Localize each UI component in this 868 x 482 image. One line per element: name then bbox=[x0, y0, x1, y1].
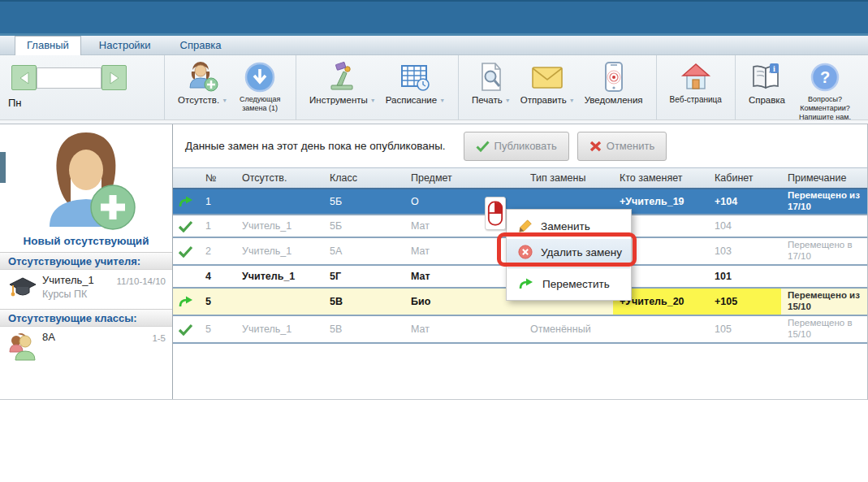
cell-num: 5 bbox=[199, 324, 235, 335]
cancel-button-label: Отменить bbox=[607, 140, 654, 152]
notifications-button[interactable]: Уведомления bbox=[580, 55, 648, 108]
add-absent-avatar[interactable] bbox=[33, 128, 139, 233]
cell-cabinet: 103 bbox=[708, 245, 781, 257]
next-substitution-label: Следующая замена (1) bbox=[237, 95, 283, 113]
chevron-down-icon: ▼ bbox=[505, 98, 511, 103]
cell-class: 5Г bbox=[323, 271, 404, 282]
tools-button[interactable]: Инструменты▼ bbox=[304, 55, 381, 108]
webpage-label: Веб-страница bbox=[670, 95, 722, 105]
cell-note: Перемещено в 17/10 bbox=[781, 238, 867, 264]
question-icon: ? bbox=[810, 60, 840, 94]
absent-button[interactable]: Отсутств.▼ bbox=[173, 55, 232, 108]
absent-teacher-item[interactable]: Учитель_1 11/10-14/10 Курсы ПК bbox=[0, 270, 172, 304]
moved-arrow-icon bbox=[178, 295, 194, 308]
new-absent-label[interactable]: Новый отсутствующий bbox=[0, 235, 172, 247]
col-substitute: Кто заменяет bbox=[613, 172, 708, 184]
cell-subject: Мат bbox=[404, 324, 524, 335]
class-name: 8А bbox=[42, 331, 166, 343]
check-icon bbox=[178, 220, 193, 232]
cell-note: Перемещено в 15/10 bbox=[781, 316, 867, 342]
next-substitution-icon bbox=[244, 60, 275, 94]
cell-num: 1 bbox=[199, 196, 235, 207]
col-number: № bbox=[199, 172, 235, 184]
menu-item-delete[interactable]: Удалить замену bbox=[507, 239, 631, 265]
teacher-reason: Курсы ПК bbox=[42, 289, 166, 300]
tab-help[interactable]: Справка bbox=[169, 37, 233, 54]
tools-group: Инструменты▼ Расписание▼ bbox=[296, 55, 459, 119]
questions-button[interactable]: ? Вопросы? Комментарии? Напишите нам. bbox=[790, 55, 860, 123]
date-input[interactable] bbox=[37, 67, 101, 89]
phone-notification-icon bbox=[603, 60, 624, 94]
menu-item-label: Заменить bbox=[541, 220, 590, 232]
chevron-down-icon: ▼ bbox=[569, 98, 575, 103]
cell-cabinet: +104 bbox=[708, 196, 781, 207]
cell-num: 4 bbox=[199, 271, 235, 282]
absent-label: Отсутств. bbox=[178, 95, 219, 105]
cell-class: 5В bbox=[323, 296, 404, 307]
col-absent: Отсутств. bbox=[235, 172, 323, 184]
next-day-button[interactable] bbox=[101, 65, 127, 90]
schedule-icon bbox=[399, 60, 431, 94]
menu-item-move[interactable]: Переместить bbox=[507, 271, 631, 297]
right-arrow-icon bbox=[109, 72, 120, 85]
table-header: № Отсутств. Класс Предмет Тип замены Кто… bbox=[173, 168, 867, 189]
send-label: Отправить bbox=[520, 95, 567, 105]
prev-day-button[interactable] bbox=[11, 65, 37, 90]
absent-person-icon bbox=[187, 60, 219, 94]
publish-button-label: Публиковать bbox=[494, 140, 557, 152]
absent-classes-header: Отсутствующие классы: bbox=[0, 309, 172, 327]
webpage-button[interactable]: Веб-страница bbox=[665, 55, 727, 106]
side-panel-tab[interactable] bbox=[0, 152, 6, 183]
send-button[interactable]: Отправить▼ bbox=[516, 55, 580, 108]
table-row[interactable]: 5 Учитель_1 5В Мат Отменённый 105 Переме… bbox=[173, 316, 867, 344]
print-button[interactable]: Печать▼ bbox=[467, 55, 516, 108]
check-icon bbox=[476, 141, 490, 152]
chevron-down-icon: ▼ bbox=[222, 98, 227, 103]
menu-item-replace[interactable]: Заменить bbox=[507, 213, 631, 239]
help-book-icon: i bbox=[749, 60, 784, 94]
envelope-icon bbox=[530, 60, 564, 94]
chevron-down-icon: ▼ bbox=[439, 98, 445, 103]
tab-settings[interactable]: Настройки bbox=[88, 37, 162, 54]
pencil-icon bbox=[518, 219, 533, 233]
left-arrow-icon bbox=[19, 72, 30, 85]
cell-num: 5 bbox=[199, 296, 235, 307]
new-absent-person-icon bbox=[33, 128, 139, 233]
cell-absent: Учитель_1 bbox=[235, 324, 323, 335]
publish-bar: Данные замен на этот день пока не опубли… bbox=[173, 124, 867, 167]
moved-arrow-icon bbox=[178, 195, 194, 208]
cell-num: 1 bbox=[199, 220, 235, 232]
col-class: Класс bbox=[323, 172, 404, 184]
cell-absent: Учитель_1 bbox=[235, 220, 323, 232]
cell-absent: Учитель_1 bbox=[235, 271, 323, 282]
check-icon bbox=[178, 245, 193, 258]
cell-class: 5Б bbox=[323, 220, 404, 232]
cell-absent: Учитель_1 bbox=[235, 245, 323, 257]
menu-item-label: Удалить замену bbox=[541, 246, 622, 258]
right-click-mouse-icon bbox=[485, 197, 506, 230]
col-type: Тип замены bbox=[524, 172, 613, 184]
tools-label: Инструменты bbox=[309, 95, 368, 105]
app-window: Главный Настройки Справка Пн bbox=[0, 0, 868, 482]
tab-main[interactable]: Главный bbox=[15, 36, 81, 55]
sidebar: Новый отсутствующий Отсутствующие учител… bbox=[0, 124, 173, 399]
absent-teachers-header: Отсутствующие учителя: bbox=[0, 252, 172, 270]
help-button[interactable]: i Справка bbox=[744, 55, 790, 108]
publish-button[interactable]: Публиковать bbox=[464, 132, 569, 161]
absent-class-item[interactable]: 8А 1-5 bbox=[0, 327, 172, 361]
cell-cabinet: 104 bbox=[708, 220, 781, 232]
menu-separator bbox=[507, 267, 630, 268]
col-note: Примечание bbox=[781, 171, 867, 186]
schedule-button[interactable]: Расписание▼ bbox=[381, 55, 450, 108]
red-x-icon bbox=[589, 141, 602, 152]
cancel-button[interactable]: Отменить bbox=[577, 132, 667, 161]
schedule-label: Расписание bbox=[386, 95, 437, 105]
check-icon bbox=[178, 324, 193, 336]
tab-bar: Главный Настройки Справка bbox=[0, 36, 868, 55]
output-group: Печать▼ Отправить▼ bbox=[459, 55, 657, 119]
next-substitution-button[interactable]: Следующая замена (1) bbox=[232, 55, 287, 115]
cell-note: Перемещено из 15/10 bbox=[781, 289, 867, 315]
print-preview-icon bbox=[476, 60, 507, 94]
context-menu: Заменить Удалить замену Переместить bbox=[506, 209, 632, 301]
absence-group: Отсутств.▼ Следующая замена (1) bbox=[165, 55, 296, 119]
